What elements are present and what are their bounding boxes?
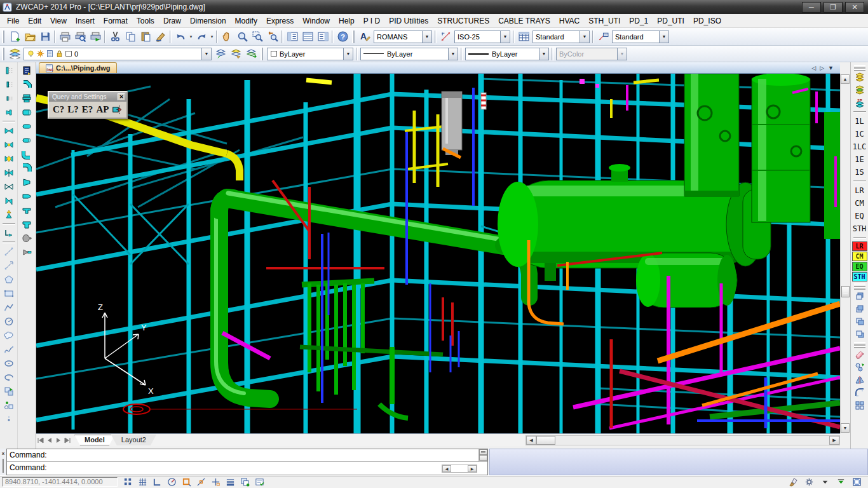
insert-block-icon[interactable] [1, 384, 17, 398]
palette-title-bar[interactable]: Query and Settings ✕ [49, 92, 126, 102]
nozzle-stub-icon[interactable] [19, 245, 34, 259]
menu-modify[interactable]: Modify [231, 15, 262, 27]
text-style-select[interactable]: ROMANS▼ [374, 30, 432, 43]
toolbar-grip[interactable] [352, 30, 355, 43]
gear-caret-icon[interactable] [818, 477, 832, 487]
horizontal-scrollbar[interactable]: ◀ ▶ [526, 435, 840, 445]
chevron-down-icon[interactable]: ▼ [448, 48, 458, 60]
tab-model[interactable]: Model [74, 435, 115, 445]
globe-valve-icon[interactable] [1, 138, 17, 152]
scroll-thumb[interactable] [841, 286, 850, 297]
cut-button[interactable] [107, 29, 123, 44]
command-close-icon[interactable]: x [1, 451, 6, 456]
capped-pipe-icon[interactable] [19, 133, 34, 147]
layer-manager-button[interactable] [7, 46, 22, 62]
list-query-button[interactable]: L? [67, 105, 79, 114]
capsule-fitting-icon[interactable] [19, 119, 34, 133]
ellipse-icon[interactable] [1, 356, 17, 370]
pipe-segment-icon[interactable] [19, 105, 34, 119]
menu-pd-iso[interactable]: PD_ISO [689, 15, 726, 27]
close-button[interactable]: ✕ [845, 2, 864, 13]
cone-reducer-icon[interactable] [19, 175, 34, 189]
paste-button[interactable] [138, 29, 153, 44]
reducer-flange-icon[interactable] [1, 92, 17, 105]
aperture-settings-icon[interactable] [112, 105, 123, 114]
vertical-scrollbar[interactable]: ▲ ▼ [840, 74, 850, 433]
bring-to-front-button[interactable] [852, 290, 867, 302]
menu-pd-uti[interactable]: PD_UTI [653, 15, 689, 27]
button-lr-colored[interactable]: LR [852, 241, 867, 251]
quick-properties-toggle[interactable] [252, 477, 266, 487]
toolbar-grip[interactable] [854, 65, 865, 69]
settings-gear-button[interactable] [802, 477, 816, 487]
layer-group-yellow-button[interactable] [852, 71, 867, 84]
array-button[interactable] [852, 399, 867, 412]
menu-pid-utilities[interactable]: PID Utilities [384, 15, 433, 27]
layer-group-2p-button[interactable]: 2P [852, 97, 867, 109]
button-1lc[interactable]: 1LC [851, 140, 868, 153]
command-history[interactable]: Command: [7, 449, 487, 462]
menu-edit[interactable]: Edit [24, 15, 46, 27]
menu-structures[interactable]: STRUCTURES [433, 15, 494, 27]
last-tab-button[interactable] [63, 436, 72, 445]
menu-format[interactable]: Format [99, 15, 132, 27]
button-1e[interactable]: 1E [851, 153, 868, 166]
flange-icon[interactable] [1, 64, 17, 78]
chevron-down-icon[interactable]: ▼ [500, 31, 510, 43]
tab-scroll-right-button[interactable]: ▷ [820, 65, 824, 71]
command-input[interactable]: Command: ◀ ▶ [7, 462, 487, 475]
send-to-back-button[interactable] [852, 302, 867, 315]
minimize-button[interactable]: ─ [802, 2, 821, 13]
erase-button[interactable] [852, 348, 867, 361]
make-block-icon[interactable] [1, 398, 17, 412]
scroll-down-button[interactable]: ▼ [841, 423, 850, 433]
menu-hvac[interactable]: HVAC [555, 15, 584, 27]
layer-select[interactable]: 0 ▼ [24, 48, 212, 60]
redo-button[interactable] [194, 29, 209, 44]
viewport-toggle[interactable] [238, 477, 252, 487]
fullscreen-button[interactable] [850, 477, 864, 487]
save-button[interactable] [37, 29, 53, 44]
menu-sth-uti[interactable]: STH_UTI [584, 15, 625, 27]
tab-layout2[interactable]: Layout2 [111, 435, 156, 445]
reducer-stack-icon[interactable] [19, 92, 34, 105]
menu-express[interactable]: Express [262, 15, 298, 27]
nozzle-icon[interactable] [1, 78, 17, 92]
layer-previous-button[interactable] [213, 46, 228, 62]
elbow-90-icon[interactable] [19, 147, 34, 161]
toolbar-grip[interactable] [854, 342, 865, 346]
scroll-down-button[interactable] [479, 455, 487, 461]
prev-tab-button[interactable] [45, 436, 54, 445]
undo-button[interactable] [173, 29, 188, 44]
command-scrollbar[interactable] [478, 449, 487, 462]
zoom-realtime-button[interactable] [234, 29, 250, 44]
command-grip[interactable] [2, 459, 4, 473]
ortho-toggle[interactable] [150, 477, 164, 487]
scroll-left-button[interactable]: ◀ [442, 465, 451, 472]
help-button[interactable]: ? [335, 29, 350, 44]
dim-style-select[interactable]: ISO-25▼ [454, 30, 510, 43]
chevron-down-icon[interactable]: ▼ [659, 31, 668, 43]
menu-draw[interactable]: Draw [159, 15, 186, 27]
scroll-right-button[interactable]: ▶ [468, 465, 477, 472]
print-preview-button[interactable] [72, 29, 88, 44]
chevron-down-icon[interactable]: ▼ [539, 48, 548, 60]
mleader-style-select[interactable]: Standard▼ [612, 30, 669, 43]
aperture-button[interactable]: AP [96, 105, 109, 114]
button-cm[interactable]: CM [851, 197, 868, 210]
first-tab-button[interactable] [36, 436, 45, 445]
tab-scroll-left-button[interactable]: ◁ [811, 65, 816, 71]
send-under-button[interactable] [852, 328, 867, 341]
toolbar-grip[interactable] [854, 283, 865, 287]
piping-3d-view[interactable]: ZYX [36, 74, 840, 433]
scroll-left-button[interactable]: ◀ [526, 436, 536, 445]
next-tab-button[interactable] [54, 436, 63, 445]
circle-icon[interactable] [1, 315, 17, 329]
button-1l[interactable]: 1L [851, 115, 868, 128]
chevron-down-icon[interactable]: ▾ [188, 34, 194, 39]
new-file-button[interactable] [7, 29, 22, 44]
chevron-down-icon[interactable]: ▾ [209, 34, 215, 39]
button-sth[interactable]: STH [851, 222, 868, 235]
fillet-button[interactable] [852, 386, 867, 399]
flat-reducer-icon[interactable] [19, 189, 34, 203]
